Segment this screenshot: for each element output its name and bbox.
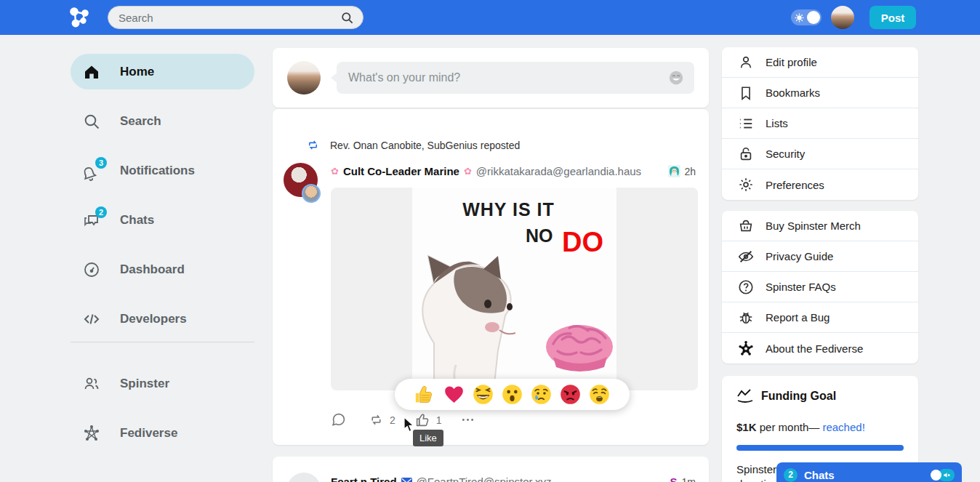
reaction-cry-icon[interactable] [531,384,552,405]
mouse-cursor [403,417,416,433]
reaction-haha-icon[interactable] [473,384,494,405]
sidebar-item-label: Spinster [120,377,169,391]
brain-emoji-illustration [543,322,616,374]
repost-count: 2 [390,414,395,426]
menu-item-preferences[interactable]: Preferences [722,169,918,200]
trend-chart-icon [736,389,754,403]
dashboard-icon [83,261,100,278]
reaction-wow-icon[interactable] [502,384,523,405]
account-avatar[interactable] [831,6,854,29]
like-button[interactable]: 1 [415,412,442,427]
menu-item-label: Buy Spinster Merch [766,220,861,232]
composer-avatar[interactable] [287,61,321,95]
sidebar-item-home[interactable]: Home [71,54,254,89]
cherry-blossom-icon: ✿ [464,166,472,177]
list-icon [738,116,754,132]
toggle-knob [807,11,820,24]
chats-icon: 2 [83,212,100,229]
cat-illustration [412,234,550,390]
reaction-weary-icon[interactable] [589,384,610,405]
chats-dock-bar[interactable]: 2 Chats [776,462,962,482]
notifications-count-badge: 3 [95,157,107,169]
reaction-like-icon[interactable] [414,384,435,405]
sidebar-item-label: Chats [120,213,154,228]
chats-count-badge: 2 [95,206,107,218]
chats-dock-badge: 2 [784,468,798,482]
theme-toggle[interactable] [791,9,822,25]
question-icon [738,279,754,295]
instance-badge: S [670,475,678,482]
sidebar-item-label: Search [120,114,161,129]
sidebar-item-chats[interactable]: 2 Chats [71,202,254,238]
envelope-icon [401,478,412,482]
menu-item-lists[interactable]: Lists [722,108,918,139]
reaction-love-icon[interactable] [443,384,465,405]
composer-placeholder: What's on your mind? [348,71,668,84]
bell-icon: 3 [83,162,100,180]
sun-icon [795,13,804,23]
like-icon [415,412,430,427]
next-post-timestamp[interactable]: 1m [682,476,696,482]
spinster-logo-icon[interactable] [69,7,91,28]
menu-item-label: About the Fediverse [766,342,863,355]
instance-emoji-icon [668,165,680,177]
funding-goal-title: Funding Goal [761,390,836,403]
sidebar-item-fediverse[interactable]: Fediverse [71,415,254,451]
post-author-handle[interactable]: @rikkatakarada@gearlandia.haus [476,165,641,177]
repost-button[interactable]: 2 [369,412,395,427]
composer-input[interactable]: What's on your mind? [337,62,694,94]
menu-item-bookmarks[interactable]: Bookmarks [722,78,918,108]
menu-item-report-bug[interactable]: Report a Bug [722,302,918,333]
account-menu-card: Edit profile Bookmarks Lists Security Pr… [722,47,918,200]
funding-progress-bar [736,445,904,451]
repost-line-text[interactable]: Rev. Onan Canobite, SubGenius reposted [330,140,520,151]
more-button[interactable] [460,412,475,427]
post-author-name[interactable]: Cult Co-Leader Marine [343,165,459,177]
post-button[interactable]: Post [869,6,916,29]
next-post-author-name[interactable]: Feart n Tired [331,475,397,482]
sidebar-item-label: Fediverse [120,426,177,441]
sidebar-item-search[interactable]: Search [71,103,254,139]
chats-sound-toggle[interactable] [931,469,955,481]
menu-item-buy-merch[interactable]: Buy Spinster Merch [722,211,918,241]
menu-item-label: Lists [766,117,788,129]
top-navigation-bar: Post [0,0,980,35]
next-post-card: Feart n Tired @FeartnTired@spinster.xyz … [273,457,709,482]
menu-item-edit-profile[interactable]: Edit profile [722,47,918,78]
repost-icon [306,138,320,152]
post-media[interactable]: WHY IS IT NO DO [331,188,698,390]
eye-off-icon [738,249,754,265]
next-post-author-handle[interactable]: @FeartnTired@spinster.xyz [417,475,552,482]
menu-item-privacy-guide[interactable]: Privacy Guide [722,241,918,272]
search-icon [83,113,100,130]
cherry-blossom-icon: ✿ [331,166,339,177]
menu-item-faqs[interactable]: Spinster FAQs [722,272,918,302]
menu-item-label: Report a Bug [766,311,830,324]
sidebar-item-spinster[interactable]: Spinster [71,366,254,401]
sidebar-item-notifications[interactable]: 3 Notifications [71,153,254,188]
menu-item-label: Preferences [766,179,824,191]
search-input[interactable] [119,12,340,24]
sidebar-item-dashboard[interactable]: Dashboard [71,252,254,287]
people-icon [83,375,100,393]
sidebar-item-label: Dashboard [120,262,185,277]
reaction-picker [395,379,630,410]
search-icon[interactable] [340,11,354,25]
menu-item-about-fediverse[interactable]: About the Fediverse [722,333,918,363]
like-tooltip: Like [413,430,443,446]
post-timestamp[interactable]: 2h [684,166,696,177]
comment-button[interactable] [331,412,346,427]
menu-item-security[interactable]: Security [722,139,918,169]
menu-item-label: Bookmarks [766,87,820,99]
reposter-avatar[interactable] [302,184,321,203]
meme-image: WHY IS IT NO DO [412,188,616,390]
bookmark-icon [738,85,754,101]
reaction-angry-icon[interactable] [560,384,581,405]
meme-text-line1: WHY IS IT [412,199,605,220]
funding-reached-link[interactable]: reached! [822,421,864,433]
search-bar[interactable] [108,6,364,29]
next-post-avatar[interactable] [287,473,321,482]
sidebar-item-developers[interactable]: Developers [71,301,254,337]
grey-laughing-emoji-icon[interactable] [668,70,684,86]
like-count: 1 [436,414,442,426]
